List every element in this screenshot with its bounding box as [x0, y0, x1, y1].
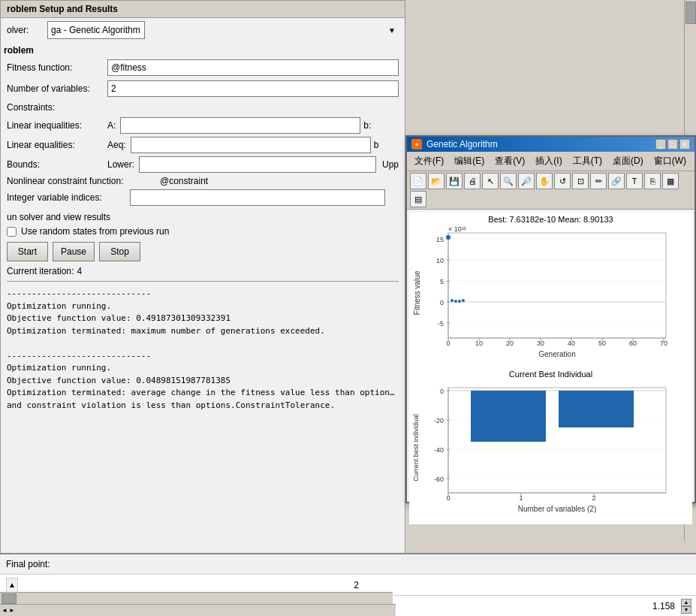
- chart2-y-label: Current best individual: [412, 414, 420, 482]
- bottom-scrollbar[interactable]: ◄ ►: [0, 604, 396, 616]
- open-icon[interactable]: 📂: [428, 173, 444, 189]
- num-vars-label: Number of variables:: [7, 83, 104, 94]
- chart1-svg: × 10¹² 15 10 5 0 -5 0: [411, 225, 688, 368]
- chart2-container: Current Best Individual 0 -20 -40 -60: [411, 368, 691, 523]
- linear-eq-row: Linear equalities: Aeq: b: [1, 135, 405, 155]
- chart1-title: Best: 7.63182e-10 Mean: 8.90133: [411, 213, 691, 225]
- separator: [7, 281, 399, 282]
- link-icon[interactable]: 🔗: [608, 173, 625, 189]
- lower-input[interactable]: [139, 156, 376, 173]
- maximize-button[interactable]: □: [667, 139, 678, 149]
- run-label: un solver and view results: [1, 207, 405, 224]
- svg-text:-20: -20: [434, 417, 444, 424]
- problem-section-label: roblem: [1, 42, 405, 57]
- chart1-container: Best: 7.63182e-10 Mean: 8.90133 × 10¹² 1…: [411, 213, 691, 368]
- spin-up-button[interactable]: ▲: [681, 599, 691, 606]
- spin-buttons: ▲ ▼: [681, 599, 691, 614]
- linear-ineq-row: Linear inequalities: A: b:: [1, 116, 405, 135]
- fitness-input[interactable]: [107, 59, 399, 76]
- linear-ineq-a-input[interactable]: [120, 117, 360, 134]
- output-line-2: Objective function value: 0.491873013093…: [7, 313, 397, 325]
- solver-row: olver: ga - Genetic Algorithm ▼: [1, 18, 405, 42]
- current-iter-row: Current iteration: 4: [1, 264, 405, 278]
- ga-menu-bar: 文件(F) 编辑(E) 查看(V) 插入(I) 工具(T) 桌面(D) 窗口(W…: [407, 152, 694, 171]
- h-scrollbar-thumb: [2, 593, 17, 604]
- svg-text:15: 15: [436, 236, 444, 243]
- svg-rect-0: [448, 233, 666, 338]
- ga-window-title: Genetic Algorithm: [426, 139, 651, 149]
- menu-insert[interactable]: 插入(I): [531, 153, 566, 169]
- tile-icon[interactable]: ▤: [410, 191, 426, 207]
- bottom-area: ◄ ► Final point: ▲ 2 1 -8.58 1.158 ▲ ▼: [0, 553, 696, 616]
- solver-select[interactable]: ga - Genetic Algorithm: [47, 21, 145, 39]
- integer-row: Integer variable indices:: [1, 188, 405, 207]
- panel-title: roblem Setup and Results: [1, 1, 405, 18]
- current-iter-value: 4: [77, 266, 82, 276]
- grid-icon[interactable]: ▦: [662, 173, 679, 189]
- chart1-title-text: Best: 7.63182e-10 Mean: 8.90133: [488, 215, 613, 224]
- beq-sub-label: b: [374, 140, 379, 150]
- integer-input[interactable]: [130, 189, 385, 206]
- pause-button[interactable]: Pause: [53, 242, 95, 261]
- insert-text-icon[interactable]: T: [626, 173, 643, 189]
- output-line-7: Objective function value: 0.048981519877…: [7, 375, 397, 388]
- output-line-4: [7, 337, 397, 350]
- constraints-section-label: Constraints:: [1, 99, 405, 116]
- ga-window: ● Genetic Algorithm _ □ × 文件(F) 编辑(E) 查看…: [405, 135, 696, 503]
- lower-label: Lower:: [107, 159, 134, 170]
- chart2-x-label: Number of variables (2): [518, 505, 596, 513]
- row-indicator: ▲: [6, 578, 18, 593]
- menu-view[interactable]: 查看(V): [490, 153, 529, 169]
- ga-toolbar: 📄 📂 💾 🖨 ↖ 🔍 🔎 ✋ ↺ ⊡ ✏ 🔗 T ⎘ ▦ ▤: [407, 171, 694, 210]
- h-scrollbar[interactable]: [0, 592, 393, 604]
- svg-point-40: [462, 299, 465, 302]
- select-icon[interactable]: ⊡: [572, 173, 589, 189]
- fitness-row: Fitness function:: [1, 57, 405, 78]
- chart2-title-text: Current Best Individual: [509, 370, 592, 379]
- start-button[interactable]: Start: [7, 242, 48, 261]
- linear-eq-aeq-input[interactable]: [131, 137, 371, 153]
- num-vars-input[interactable]: [107, 80, 399, 97]
- output-line-6: Optimization running.: [7, 362, 397, 375]
- print-icon[interactable]: 🖨: [464, 173, 481, 189]
- svg-point-36: [446, 235, 450, 240]
- menu-window[interactable]: 窗口(W): [649, 153, 691, 169]
- brush-icon[interactable]: ✏: [590, 173, 607, 189]
- output-line-9: and constraint violation is less than op…: [7, 400, 397, 412]
- rotate-icon[interactable]: ↺: [554, 173, 571, 189]
- stop-button[interactable]: Stop: [99, 242, 140, 261]
- button-row: Start Pause Stop: [1, 239, 405, 264]
- svg-point-38: [454, 300, 457, 303]
- svg-rect-65: [559, 391, 634, 427]
- svg-text:0: 0: [440, 299, 444, 306]
- copy-graph-icon[interactable]: ⎘: [644, 173, 661, 189]
- close-button[interactable]: ×: [679, 139, 690, 149]
- a-sub-label: A:: [107, 120, 116, 131]
- scroll-right-icon[interactable]: ►: [9, 607, 15, 614]
- window-controls: _ □ ×: [655, 139, 690, 149]
- menu-edit[interactable]: 编辑(E): [450, 153, 489, 169]
- upper-label: Upp: [382, 159, 399, 170]
- scroll-left-icon[interactable]: ◄: [2, 607, 8, 614]
- zoom-in-icon[interactable]: 🔍: [500, 173, 517, 189]
- random-states-checkbox[interactable]: [7, 227, 17, 237]
- num-vars-row: Number of variables:: [1, 78, 405, 99]
- new-icon[interactable]: 📄: [410, 173, 426, 189]
- spin-down-button[interactable]: ▼: [681, 606, 691, 614]
- col-value: 2: [23, 580, 690, 590]
- save-icon[interactable]: 💾: [446, 173, 462, 189]
- cursor-icon[interactable]: ↖: [482, 173, 499, 189]
- menu-file[interactable]: 文件(F): [410, 153, 448, 169]
- minimize-button[interactable]: _: [655, 139, 666, 149]
- output-line-5: -----------------------------: [7, 350, 397, 363]
- linear-eq-label: Linear equalities:: [7, 140, 104, 150]
- menu-desktop[interactable]: 桌面(D): [608, 153, 648, 169]
- chart1-x-label: Generation: [538, 350, 575, 358]
- svg-text:-5: -5: [438, 320, 444, 328]
- menu-tools[interactable]: 工具(T): [568, 153, 607, 169]
- ga-window-icon: ●: [411, 139, 422, 149]
- zoom-out-icon[interactable]: 🔎: [518, 173, 535, 189]
- svg-text:5: 5: [440, 278, 444, 285]
- pan-icon[interactable]: ✋: [536, 173, 553, 189]
- svg-rect-64: [471, 391, 546, 442]
